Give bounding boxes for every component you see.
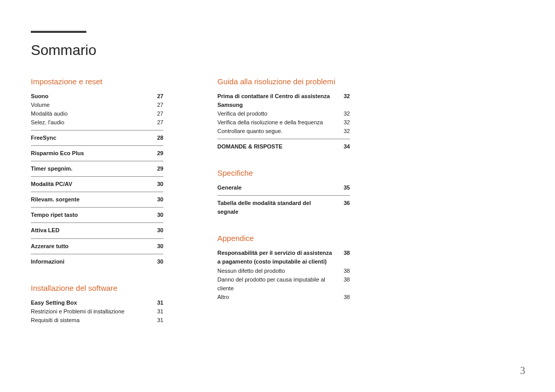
toc-page: 38 xyxy=(338,293,350,302)
divider xyxy=(217,139,350,139)
toc-page: 30 xyxy=(151,242,163,251)
toc-entry[interactable]: Selez. l'audio27 xyxy=(31,118,163,127)
toc-page: 38 xyxy=(338,267,350,275)
toc-page: 36 xyxy=(338,199,350,216)
toc-entry[interactable]: Risparmio Eco Plus29 xyxy=(31,149,163,158)
section-heading: Appendice xyxy=(217,234,350,242)
toc-entry[interactable]: Attiva LED30 xyxy=(31,226,163,235)
toc-entry[interactable]: Azzerare tutto30 xyxy=(31,242,163,251)
toc-page: 27 xyxy=(151,118,163,127)
toc-block: Prima di contattare il Centro di assiste… xyxy=(217,92,350,151)
divider xyxy=(31,254,163,254)
toc-page: 32 xyxy=(338,92,350,109)
toc-page: 29 xyxy=(151,164,163,173)
toc-page: 29 xyxy=(151,149,163,158)
toc-label: Prima di contattare il Centro di assiste… xyxy=(217,92,338,109)
toc-columns: Impostazione e reset Suono27Volume27Moda… xyxy=(31,77,524,325)
toc-label: Suono xyxy=(31,92,151,101)
toc-label: Rilevam. sorgente xyxy=(31,195,151,204)
column-right: Guida alla risoluzione dei problemi Prim… xyxy=(217,77,350,325)
toc-label: Informazioni xyxy=(31,257,151,266)
section-heading: Impostazione e reset xyxy=(31,77,163,86)
toc-page: 30 xyxy=(151,195,163,204)
toc-entry[interactable]: Rilevam. sorgente30 xyxy=(31,195,163,204)
divider xyxy=(31,145,163,146)
toc-label: Controllare quanto segue. xyxy=(217,127,338,136)
toc-label: Altro xyxy=(217,293,338,302)
toc-page: 31 xyxy=(151,316,163,325)
toc-label: Tabella delle modalità standard del segn… xyxy=(217,199,338,216)
toc-entry[interactable]: Generale35 xyxy=(217,183,350,192)
toc-entry[interactable]: Controllare quanto segue.32 xyxy=(217,127,350,136)
toc-label: Tempo ripet tasto xyxy=(31,211,151,219)
divider xyxy=(31,176,163,177)
toc-block: Responsabilità per il servizio di assist… xyxy=(217,249,350,301)
toc-entry[interactable]: Tabella delle modalità standard del segn… xyxy=(217,199,350,216)
title-rule xyxy=(31,31,86,33)
divider xyxy=(31,130,163,130)
toc-block: Easy Setting Box31Restrizioni e Problemi… xyxy=(31,298,163,325)
toc-entry[interactable]: Verifica del prodotto32 xyxy=(217,109,350,118)
toc-entry[interactable]: Verifica della risoluzione e della frequ… xyxy=(217,118,350,127)
toc-label: Easy Setting Box xyxy=(31,298,151,307)
toc-page: 30 xyxy=(151,226,163,235)
toc-page: 31 xyxy=(151,307,163,316)
toc-page: 32 xyxy=(338,109,350,118)
toc-entry[interactable]: Modalità PC/AV30 xyxy=(31,180,163,189)
toc-label: Timer spegnim. xyxy=(31,164,151,173)
divider xyxy=(31,207,163,208)
toc-entry[interactable]: Informazioni30 xyxy=(31,257,163,266)
toc-page: 30 xyxy=(151,257,163,266)
toc-entry[interactable]: Tempo ripet tasto30 xyxy=(31,211,163,219)
toc-entry[interactable]: FreeSync28 xyxy=(31,134,163,142)
toc-label: Nessun difetto del prodotto xyxy=(217,267,338,275)
toc-page: 32 xyxy=(338,127,350,136)
toc-entry[interactable]: Restrizioni e Problemi di installazione3… xyxy=(31,307,163,316)
toc-page: 27 xyxy=(151,92,163,101)
toc-entry[interactable]: Modalità audio27 xyxy=(31,109,163,118)
toc-entry[interactable]: Prima di contattare il Centro di assiste… xyxy=(217,92,350,109)
page-title: Sommario xyxy=(31,42,524,59)
toc-entry[interactable]: Timer spegnim.29 xyxy=(31,164,163,173)
toc-label: Requisiti di sistema xyxy=(31,316,151,325)
toc-entry[interactable]: Volume27 xyxy=(31,101,163,109)
toc-page: 27 xyxy=(151,101,163,109)
toc-page: 32 xyxy=(338,118,350,127)
toc-entry[interactable]: Suono27 xyxy=(31,92,163,101)
toc-page: 38 xyxy=(338,249,350,266)
toc-page: 38 xyxy=(338,275,350,293)
section-heading: Guida alla risoluzione dei problemi xyxy=(217,77,350,86)
toc-block: Generale35Tabella delle modalità standar… xyxy=(217,183,350,216)
toc-label: Selez. l'audio xyxy=(31,118,151,127)
toc-label: Danno del prodotto per causa imputabile … xyxy=(217,275,338,293)
toc-entry[interactable]: Altro38 xyxy=(217,293,350,302)
toc-label: Generale xyxy=(217,183,338,192)
toc-page: 30 xyxy=(151,211,163,219)
toc-entry[interactable]: Requisiti di sistema31 xyxy=(31,316,163,325)
toc-page: 35 xyxy=(338,183,350,192)
toc-entry[interactable]: DOMANDE & RISPOSTE34 xyxy=(217,142,350,151)
toc-entry[interactable]: Responsabilità per il servizio di assist… xyxy=(217,249,350,266)
toc-page: 28 xyxy=(151,134,163,142)
toc-entry[interactable]: Danno del prodotto per causa imputabile … xyxy=(217,275,350,293)
toc-entry[interactable]: Easy Setting Box31 xyxy=(31,298,163,307)
divider xyxy=(31,192,163,192)
toc-label: Volume xyxy=(31,101,151,109)
toc-label: Verifica della risoluzione e della frequ… xyxy=(217,118,338,127)
toc-label: FreeSync xyxy=(31,134,151,142)
toc-page: 34 xyxy=(338,142,350,151)
toc-entry[interactable]: Nessun difetto del prodotto38 xyxy=(217,267,350,275)
toc-label: Attiva LED xyxy=(31,226,151,235)
divider xyxy=(31,222,163,223)
toc-page: 27 xyxy=(151,109,163,118)
divider xyxy=(31,238,163,239)
section-heading: Specifiche xyxy=(217,169,350,177)
toc-label: DOMANDE & RISPOSTE xyxy=(217,142,338,151)
toc-label: Azzerare tutto xyxy=(31,242,151,251)
toc-label: Modalità PC/AV xyxy=(31,180,151,189)
toc-label: Verifica del prodotto xyxy=(217,109,338,118)
toc-label: Responsabilità per il servizio di assist… xyxy=(217,249,338,266)
column-left: Impostazione e reset Suono27Volume27Moda… xyxy=(31,77,163,325)
toc-label: Risparmio Eco Plus xyxy=(31,149,151,158)
toc-page: 31 xyxy=(151,298,163,307)
